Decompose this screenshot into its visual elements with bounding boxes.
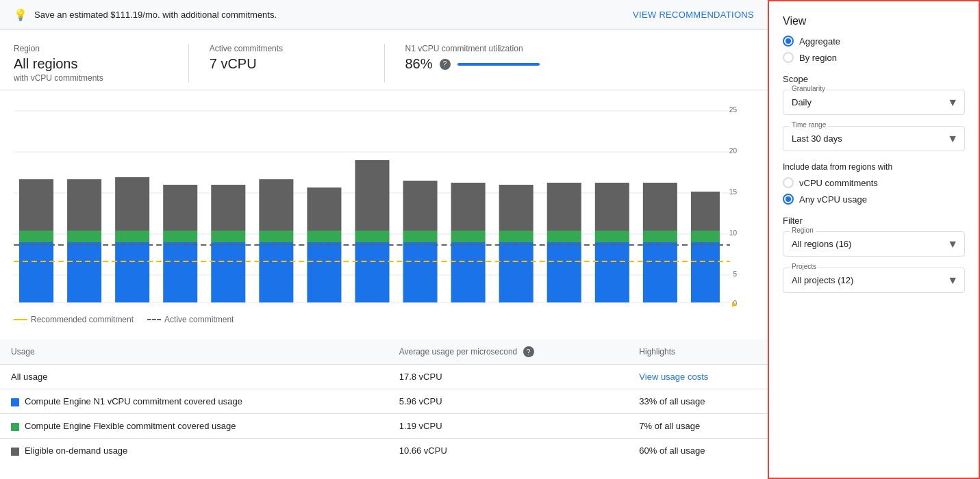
bar-chart: 25 20 15 10 5 0 (14, 104, 754, 309)
svg-rect-13 (19, 231, 53, 242)
commitments-stat: Active commitments 7 vCPU (210, 44, 385, 83)
svg-rect-12 (19, 179, 53, 231)
granularity-wrapper: Granularity Daily Weekly Monthly ▼ (783, 90, 965, 115)
usage-cell: Compute Engine Flexible commitment cover… (0, 414, 388, 439)
svg-rect-55 (691, 231, 720, 242)
usage-color-dot (11, 398, 19, 406)
table-row: Compute Engine Flexible commitment cover… (0, 414, 768, 439)
svg-rect-41 (451, 242, 486, 302)
chart-wrapper: 25 20 15 10 5 0 (14, 104, 754, 309)
svg-rect-40 (451, 231, 486, 242)
svg-text:Oct 28: Oct 28 (122, 309, 142, 309)
svg-rect-37 (403, 231, 438, 242)
include-radio-group: vCPU commitments Any vCPU usage (783, 177, 965, 205)
include-label: Include data from regions with (783, 162, 965, 172)
svg-rect-49 (595, 231, 629, 242)
usage-color-dot (11, 423, 19, 431)
svg-text:Oct 24: Oct 24 (26, 309, 47, 309)
svg-rect-45 (547, 183, 581, 231)
region-filter-wrapper: Region All regions (16) ▼ (783, 231, 965, 257)
projects-filter-wrapper: Projects All projects (12) ▼ (783, 268, 965, 293)
svg-text:Nov 1: Nov 1 (219, 309, 238, 309)
svg-text:Nov 19: Nov 19 (649, 309, 671, 309)
svg-text:20: 20 (729, 147, 738, 155)
svg-text:Nov 5: Nov 5 (315, 309, 334, 309)
time-range-wrapper: Time range Last 7 days Last 14 days Last… (783, 126, 965, 151)
utilization-bar (457, 63, 540, 66)
svg-rect-24 (211, 185, 245, 231)
view-recommendations-link[interactable]: VIEW RECOMMENDATIONS (633, 10, 754, 20)
svg-text:5: 5 (733, 270, 737, 278)
highlight-cell[interactable]: View usage costs (628, 365, 768, 389)
svg-rect-20 (115, 242, 149, 302)
highlight-cell: 60% of all usage (628, 439, 768, 463)
banner-text: Save an estimated $111.19/mo. with addit… (34, 10, 277, 20)
svg-rect-46 (547, 231, 581, 242)
include-vcpu-commitments-label: vCPU commitments (799, 178, 878, 188)
svg-text:15: 15 (729, 188, 738, 196)
include-vcpu-commitments-radio[interactable] (783, 177, 794, 188)
right-panel: View Aggregate By region Scope Granulari… (768, 0, 980, 479)
view-aggregate-radio[interactable] (783, 36, 794, 47)
svg-rect-25 (211, 231, 245, 242)
panel-view-title: View (783, 15, 965, 27)
svg-rect-42 (499, 185, 533, 231)
table-row: All usage17.8 vCPUView usage costs (0, 365, 768, 389)
granularity-float-label: Granularity (790, 85, 827, 92)
avg-cell: 5.96 vCPU (388, 389, 629, 414)
chart-area: 25 20 15 10 5 0 (0, 90, 768, 333)
svg-text:Nov 15: Nov 15 (553, 309, 575, 309)
svg-text:10: 10 (729, 229, 738, 237)
view-byregion-option[interactable]: By region (783, 52, 965, 63)
projects-filter-select[interactable]: All projects (12) (783, 268, 965, 293)
svg-text:Nov 3: Nov 3 (267, 309, 286, 309)
include-any-vcpu-radio[interactable] (783, 194, 794, 205)
svg-text:25: 25 (729, 106, 738, 114)
svg-rect-44 (499, 242, 533, 302)
include-any-vcpu-label: Any vCPU usage (799, 194, 867, 205)
svg-rect-38 (403, 242, 438, 302)
svg-rect-21 (163, 185, 197, 231)
include-any-vcpu-option[interactable]: Any vCPU usage (783, 194, 965, 205)
usage-cell: All usage (0, 365, 388, 389)
svg-rect-30 (307, 187, 341, 231)
avg-help-icon[interactable]: ? (523, 346, 534, 357)
svg-rect-22 (163, 231, 197, 242)
svg-rect-50 (595, 242, 629, 302)
col-usage: Usage (0, 339, 388, 365)
svg-rect-47 (547, 242, 581, 302)
svg-text:Nov 11: Nov 11 (457, 309, 479, 309)
granularity-select[interactable]: Daily Weekly Monthly (783, 90, 965, 115)
projects-filter-float-label: Projects (790, 263, 818, 270)
usage-cell: Compute Engine N1 vCPU commitment covere… (0, 389, 388, 414)
view-byregion-radio[interactable] (783, 52, 794, 63)
svg-rect-31 (307, 231, 341, 242)
view-byregion-label: By region (799, 53, 837, 63)
scope-title: Scope (783, 74, 965, 84)
savings-banner: 💡 Save an estimated $111.19/mo. with add… (0, 0, 768, 30)
view-usage-costs-link[interactable]: View usage costs (639, 372, 708, 382)
region-filter-select[interactable]: All regions (16) (783, 231, 965, 257)
utilization-value: 86% (405, 56, 433, 72)
view-aggregate-option[interactable]: Aggregate (783, 36, 965, 47)
svg-rect-29 (259, 242, 293, 302)
svg-rect-43 (499, 231, 533, 242)
commitments-label: Active commitments (210, 44, 364, 53)
time-range-float-label: Time range (790, 121, 828, 129)
utilization-help-icon[interactable]: ? (440, 59, 451, 70)
svg-rect-33 (355, 160, 389, 231)
commitments-value: 7 vCPU (210, 56, 364, 72)
time-range-select[interactable]: Last 7 days Last 14 days Last 30 days La… (783, 126, 965, 151)
legend-active: Active commitment (147, 315, 234, 324)
table-row: Compute Engine N1 vCPU commitment covere… (0, 389, 768, 414)
svg-text:Nov 17: Nov 17 (601, 309, 623, 309)
svg-rect-26 (211, 242, 245, 302)
svg-rect-14 (19, 242, 53, 302)
highlight-cell: 33% of all usage (628, 389, 768, 414)
lightbulb-icon: 💡 (14, 8, 27, 21)
svg-rect-51 (643, 183, 677, 231)
include-vcpu-commitments-option[interactable]: vCPU commitments (783, 177, 965, 188)
col-highlights: Highlights (628, 339, 768, 365)
usage-cell: Eligible on-demand usage (0, 439, 388, 463)
region-sub: with vCPU commitments (14, 73, 168, 83)
